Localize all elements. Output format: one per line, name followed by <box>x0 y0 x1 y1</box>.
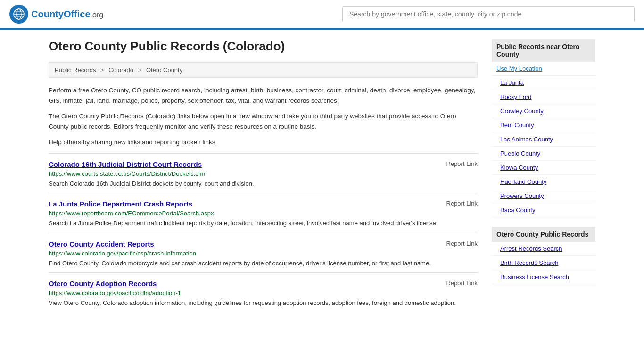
logo: CountyOffice.org <box>9 5 103 24</box>
sidebar-nearby-item[interactable]: Las Animas County <box>492 132 595 147</box>
sidebar-nearby-item[interactable]: Bent County <box>492 118 595 132</box>
sidebar-nearby-item[interactable]: Crowley County <box>492 104 595 118</box>
record-title[interactable]: Otero County Adoption Records <box>49 280 157 288</box>
sidebar-county-record-item[interactable]: Arrest Records Search <box>492 242 595 256</box>
report-link[interactable]: Report Link <box>446 160 478 167</box>
sidebar-nearby-items: La JuntaRocky FordCrowley CountyBent Cou… <box>492 76 595 217</box>
description-2: The Otero County Public Records (Colorad… <box>49 111 478 132</box>
record-desc: Find Otero County, Colorado motorcycle a… <box>49 259 478 268</box>
sidebar-nearby-item[interactable]: Huerfano County <box>492 175 595 189</box>
record-url[interactable]: https://www.colorado.gov/pacific/csp/cra… <box>49 250 478 257</box>
sidebar-county-record-item[interactable]: Birth Records Search <box>492 256 595 270</box>
record-item: Otero County Accident Reports Report Lin… <box>49 233 478 273</box>
sidebar-nearby-item[interactable]: La Junta <box>492 76 595 90</box>
sidebar-nearby-item[interactable]: Rocky Ford <box>492 90 595 104</box>
sidebar-nearby-item[interactable]: Prowers County <box>492 189 595 203</box>
description-3: Help others by sharing new links and rep… <box>49 137 478 148</box>
record-item: La Junta Police Department Crash Reports… <box>49 193 478 233</box>
breadcrumb-otero-county[interactable]: Otero County <box>146 66 182 74</box>
record-url[interactable]: https://www.reportbeam.com/ECommercePort… <box>49 210 478 217</box>
record-desc: Search Colorado 16th Judicial District d… <box>49 179 478 189</box>
sidebar-use-location[interactable]: Use My Location <box>492 62 595 76</box>
sidebar-county-record-item[interactable]: Business License Search <box>492 270 595 284</box>
header: CountyOffice.org <box>0 0 644 30</box>
sidebar-nearby-title: Public Records near Otero County <box>492 39 595 62</box>
logo-icon <box>9 5 28 24</box>
record-title[interactable]: La Junta Police Department Crash Reports <box>49 200 192 208</box>
record-desc: Search La Junta Police Department traffi… <box>49 219 478 228</box>
breadcrumb-public-records[interactable]: Public Records <box>55 66 96 74</box>
report-link[interactable]: Report Link <box>446 200 478 207</box>
sidebar-county-records-section: Otero County Public Records Arrest Recor… <box>492 227 595 284</box>
record-header: La Junta Police Department Crash Reports… <box>49 200 478 208</box>
record-title[interactable]: Otero County Accident Reports <box>49 240 154 248</box>
main-container: Otero County Public Records (Colorado) P… <box>39 30 605 322</box>
sidebar-nearby-item[interactable]: Pueblo County <box>492 147 595 161</box>
record-desc: View Otero County, Colorado adoption inf… <box>49 298 478 308</box>
search-input[interactable] <box>342 6 635 22</box>
record-url[interactable]: https://www.courts.state.co.us/Courts/Di… <box>49 170 478 177</box>
record-title[interactable]: Colorado 16th Judicial District Court Re… <box>49 160 202 168</box>
record-header: Colorado 16th Judicial District Court Re… <box>49 160 478 168</box>
page-title: Otero County Public Records (Colorado) <box>49 39 478 54</box>
sidebar: Public Records near Otero County Use My … <box>492 39 595 313</box>
logo-text: CountyOffice.org <box>31 9 103 20</box>
record-header: Otero County Accident Reports Report Lin… <box>49 240 478 248</box>
breadcrumb-colorado[interactable]: Colorado <box>108 66 133 74</box>
content-area: Otero County Public Records (Colorado) P… <box>49 39 478 313</box>
description-1: Perform a free Otero County, CO public r… <box>49 85 478 106</box>
record-item: Colorado 16th Judicial District Court Re… <box>49 153 478 193</box>
report-link[interactable]: Report Link <box>446 240 478 247</box>
record-item: Otero County Adoption Records Report Lin… <box>49 272 478 313</box>
sidebar-nearby-item[interactable]: Baca County <box>492 203 595 217</box>
record-url[interactable]: https://www.colorado.gov/pacific/cdhs/ad… <box>49 289 478 296</box>
sidebar-nearby-section: Public Records near Otero County Use My … <box>492 39 595 217</box>
sidebar-nearby-item[interactable]: Kiowa County <box>492 161 595 175</box>
breadcrumb: Public Records > Colorado > Otero County <box>49 62 478 78</box>
new-links-link[interactable]: new links <box>114 139 140 146</box>
report-link[interactable]: Report Link <box>446 280 478 287</box>
records-list: Colorado 16th Judicial District Court Re… <box>49 153 478 313</box>
record-header: Otero County Adoption Records Report Lin… <box>49 280 478 288</box>
sidebar-county-records-title: Otero County Public Records <box>492 227 595 242</box>
sidebar-county-records-items: Arrest Records SearchBirth Records Searc… <box>492 242 595 284</box>
